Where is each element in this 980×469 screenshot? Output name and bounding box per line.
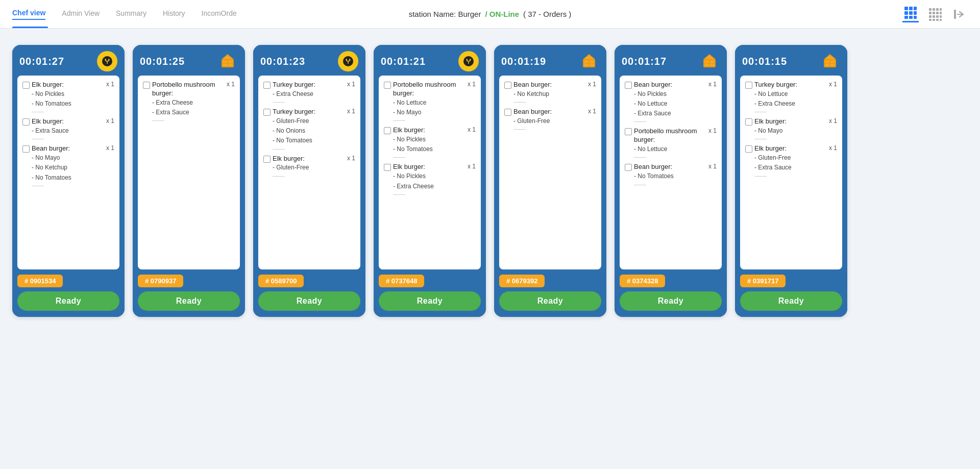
item-name: Elk burger: [393,126,465,135]
card-footer: # 0790937 Ready [133,269,245,317]
ready-button[interactable]: Ready [740,291,842,311]
card-header: 00:01:15 [735,45,847,76]
item-divider [32,139,44,139]
item-checkbox[interactable] [263,82,271,89]
item-modifier: - No Ketchup [504,89,596,99]
item-checkbox[interactable] [384,127,391,134]
item-modifier: - No Pickles [22,89,114,99]
order-card-7: 00:01:15 Turkey burger: x 1 - No Le [735,45,847,317]
svg-rect-18 [933,15,935,18]
item-modifier: - No Lettuce [625,99,717,109]
item-qty: x 1 [708,163,717,170]
item-modifier: - No Mayo [22,153,114,163]
card-footer: # 0374328 Ready [615,269,727,317]
order-item: Turkey burger: x 1 - No Lettuce- Extra C… [745,81,837,112]
grid3-view-button[interactable] [902,6,919,22]
item-modifier: - Extra Sauce [745,163,837,172]
grid4-view-button[interactable] [927,6,943,22]
svg-rect-0 [904,7,908,10]
order-item: Elk burger: x 1 - No Pickles- Extra Chee… [384,163,476,194]
item-qty: x 1 [106,81,114,88]
order-number-badge: # 0391717 [740,275,786,287]
item-checkbox[interactable] [263,156,271,163]
item-qty: x 1 [588,81,596,88]
card-body: Turkey burger: x 1 - Extra Cheese Turkey… [258,76,360,269]
svg-rect-15 [936,12,939,14]
orders-container: 00:01:27 Elk burger: x 1 - No Pickles- N… [0,29,980,333]
tab-summary[interactable]: Summary [116,9,146,19]
item-checkbox[interactable] [384,164,391,171]
header-icons [902,6,968,22]
item-divider [393,120,405,121]
svg-rect-9 [929,8,932,11]
card-header: 00:01:21 [374,45,486,76]
order-card-4: 00:01:21 Portobello mushroom burger: x 1… [374,45,486,317]
item-divider [754,176,767,177]
order-card-3: 00:01:23 Turkey burger: x 1 - Extra Chee… [253,45,365,317]
item-checkbox[interactable] [22,82,30,89]
item-modifier: - No Pickles [625,89,717,99]
ready-button[interactable]: Ready [499,291,601,311]
item-divider [754,112,767,112]
item-checkbox[interactable] [384,82,391,89]
item-name: Turkey burger: [754,81,827,89]
item-name: Portobello mushroom burger: [152,81,225,98]
item-checkbox[interactable] [625,128,632,135]
tab-chef-view[interactable]: Chef view [12,9,45,20]
order-item: Elk burger: x 1 - Gluten-Free [263,155,355,177]
tab-incoming-orders[interactable]: IncomOrde [202,9,237,19]
tab-history[interactable]: History [163,9,185,19]
svg-rect-6 [904,16,908,19]
item-modifier: - No Pickles [384,171,476,181]
card-type-icon [217,51,238,71]
item-checkbox[interactable] [22,145,30,153]
item-checkbox[interactable] [504,109,511,116]
item-divider [393,157,405,158]
item-modifier: - No Lettuce [745,89,837,99]
item-modifier: - Extra Cheese [143,98,235,108]
svg-rect-25 [954,10,956,19]
card-body: Turkey burger: x 1 - No Lettuce- Extra C… [740,76,842,269]
card-footer: # 0391717 Ready [735,269,847,317]
svg-rect-11 [936,8,939,11]
item-checkbox[interactable] [504,82,511,89]
svg-rect-7 [909,16,913,19]
card-header: 00:01:23 [253,45,365,76]
item-modifier: - Extra Cheese [263,89,355,99]
ready-button[interactable]: Ready [17,291,119,311]
station-orders: ( 37 - Orders ) [523,10,571,18]
item-checkbox[interactable] [745,145,752,153]
card-timer: 00:01:23 [260,56,305,67]
order-item: Bean burger: x 1 - No Ketchup [504,81,596,103]
order-card-1: 00:01:27 Elk burger: x 1 - No Pickles- N… [12,45,125,317]
ready-button[interactable]: Ready [620,291,722,311]
ready-button[interactable]: Ready [258,291,360,311]
item-qty: x 1 [829,117,837,125]
card-type-icon [579,51,599,71]
card-type-icon [458,51,479,71]
svg-rect-2 [914,7,917,10]
card-timer: 00:01:25 [140,56,185,67]
tab-admin-view[interactable]: Admin View [62,9,100,19]
order-item: Bean burger: x 1 - No Mayo- No Ketchup- … [22,144,114,186]
item-checkbox[interactable] [745,118,752,126]
station-status: / ON-Line [485,10,519,18]
order-item: Bean burger: x 1 - No Pickles- No Lettuc… [625,81,717,122]
ready-button[interactable]: Ready [138,291,240,311]
item-checkbox[interactable] [22,118,30,126]
exit-button[interactable] [951,6,968,22]
card-timer: 00:01:19 [501,56,546,67]
item-qty: x 1 [829,81,837,88]
station-info: station Name: Burger / ON-Line ( 37 - Or… [409,10,572,18]
card-body: Portobello mushroom burger: x 1 - Extra … [138,76,240,269]
ready-button[interactable]: Ready [379,291,481,311]
item-checkbox[interactable] [625,82,632,89]
item-checkbox[interactable] [745,82,752,89]
item-name: Bean burger: [513,81,586,89]
item-qty: x 1 [347,108,355,115]
item-qty: x 1 [106,117,114,125]
item-checkbox[interactable] [143,82,150,89]
item-checkbox[interactable] [263,109,271,116]
item-checkbox[interactable] [625,164,632,171]
card-header: 00:01:25 [133,45,245,76]
